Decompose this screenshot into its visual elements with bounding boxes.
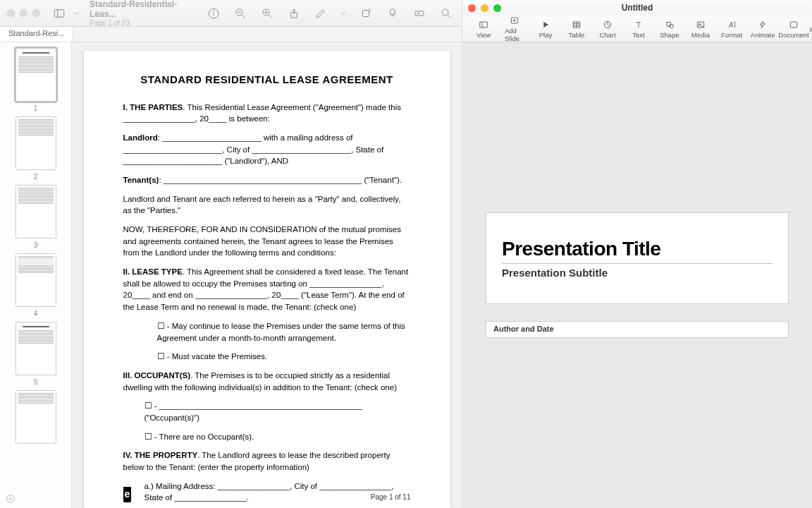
zoom-button[interactable] [493,4,501,12]
search-icon[interactable] [438,5,455,22]
table-button[interactable]: Table [561,19,592,39]
thumbnail-page-2[interactable] [16,116,56,170]
sidebar-toggle-icon[interactable] [51,5,67,22]
form-icon[interactable] [411,5,428,22]
tenant-label: Tenant(s) [123,176,159,184]
svg-point-4 [214,11,214,11]
svg-line-6 [242,15,245,18]
svg-rect-42 [790,22,796,28]
share-icon[interactable] [285,5,302,22]
recital: NOW, THEREFORE, FOR AND IN CONSIDERATION… [123,224,411,259]
svg-rect-14 [363,10,369,16]
keynote-canvas[interactable]: Presentation Title Presentation Subtitle… [462,42,812,508]
close-button-inactive[interactable] [7,9,15,17]
media-button[interactable]: Media [685,19,716,39]
parties-reference: Landlord and Tenant are each referred to… [123,193,411,217]
thumb-num: 5 [34,378,38,386]
presentation-title[interactable]: Presentation Title [502,238,773,260]
thumb-num: 1 [34,104,38,112]
thumb-num: 2 [34,173,38,181]
minimize-button[interactable] [481,4,488,12]
section-2-label: II. LEASE TYPE [123,267,183,276]
document-label: Document [778,31,808,39]
zoom-in-icon[interactable] [259,5,276,22]
preview-body: 1 2 3 4 5 STANDARD RESIDENTIAL LEASE AGR… [0,42,462,508]
add-page-icon[interactable] [6,494,16,504]
highlight-icon[interactable] [384,5,401,22]
media-label: Media [691,31,710,39]
zoom-out-icon[interactable] [232,5,249,22]
thumbnail-sidebar: 1 2 3 4 5 [0,42,72,508]
keynote-window: Untitled View Add Slide Play Table Chart… [462,0,812,508]
presentation-subtitle[interactable]: Presentation Subtitle [502,267,773,279]
animate-label: Animate [751,31,775,39]
close-button[interactable] [468,4,476,12]
text-button[interactable]: Text [623,19,654,39]
more-icon[interactable]: » [809,23,812,35]
svg-point-18 [442,9,448,16]
table-label: Table [569,31,585,39]
document-page: STANDARD RESIDENTIAL LEASE AGREEMENT I. … [84,51,450,508]
section-1-label: I. THE PARTIES [123,103,183,111]
title-divider [502,263,773,264]
section-2-opt1: ☐ - May continue to lease the Premises u… [157,320,411,344]
markup-dropdown-icon[interactable] [339,5,347,22]
document-button[interactable]: Document [778,19,809,39]
thumbnail-page-6[interactable] [16,390,56,444]
chart-label: Chart [599,31,615,39]
section-2-opt2: ☐ - Must vacate the Premises. [157,351,411,363]
minimize-button-inactive[interactable] [20,9,27,17]
shape-button[interactable]: Shape [654,19,685,39]
thumbnail-page-1[interactable] [16,48,56,102]
rotate-icon[interactable] [357,5,374,22]
section-3-opt1: ☐ - ____________________________________… [144,400,411,423]
animate-button[interactable]: Animate [747,19,778,39]
svg-marker-28 [543,22,548,28]
shape-label: Shape [660,31,679,39]
tenant-body: : ______________________________________… [159,176,402,184]
svg-point-15 [390,9,395,15]
preview-window: Standard-Residential-Leas... Page 1 of 2… [0,0,462,508]
info-icon[interactable] [205,5,222,22]
view-button[interactable]: View [468,19,499,39]
svg-line-19 [448,15,450,18]
thumb-num: 3 [34,241,38,249]
page-indicator: Page 1 of 23 [90,19,194,27]
text-label: Text [632,31,644,39]
thumbnail-page-5[interactable] [16,322,56,375]
zoom-button-inactive[interactable] [32,9,40,17]
markup-icon[interactable] [312,5,329,22]
thumb-num: 4 [34,310,38,318]
preview-toolbar-group [205,5,455,22]
keynote-title: Untitled [462,3,812,13]
thumbnail-page-4[interactable] [16,253,56,307]
dropdown-chevron-icon[interactable] [73,5,81,22]
section-4-label: IV. THE PROPERTY [123,451,198,459]
preview-tabbar: Standard-Resi... [0,27,462,42]
preview-titlebar: Standard-Residential-Leas... Page 1 of 2… [0,0,462,27]
section-3-label: III. OCCUPANT(S) [123,371,191,380]
preview-title-block: Standard-Residential-Leas... Page 1 of 2… [90,0,194,27]
format-button[interactable]: Format [716,19,747,39]
footer-page-num: Page 1 of 11 [371,492,411,503]
add-slide-label: Add Slide [505,27,524,42]
thumbnail-page-3[interactable] [16,185,56,238]
landlord-label: Landlord [123,133,158,142]
format-label: Format [721,31,742,39]
chart-button[interactable]: Chart [592,19,623,39]
page-viewport[interactable]: STANDARD RESIDENTIAL LEASE AGREEMENT I. … [72,42,462,508]
play-button[interactable]: Play [530,19,561,39]
preview-traffic-lights [7,9,40,17]
slide-meta-block[interactable]: Author and Date [486,321,789,338]
slide-title-block[interactable]: Presentation Title Presentation Subtitle [486,212,789,304]
keynote-toolbar: View Add Slide Play Table Chart Text Sha… [462,16,812,42]
svg-marker-41 [761,21,765,28]
play-label: Play [539,31,552,39]
add-slide-button[interactable]: Add Slide [499,15,530,42]
keynote-titlebar: Untitled [462,0,812,16]
preview-tab[interactable]: Standard-Resi... [0,27,73,42]
svg-rect-23 [480,22,488,28]
footer-logo: e [123,487,132,502]
document-title: Standard-Residential-Leas... [90,0,194,19]
keynote-traffic-lights [468,4,501,12]
